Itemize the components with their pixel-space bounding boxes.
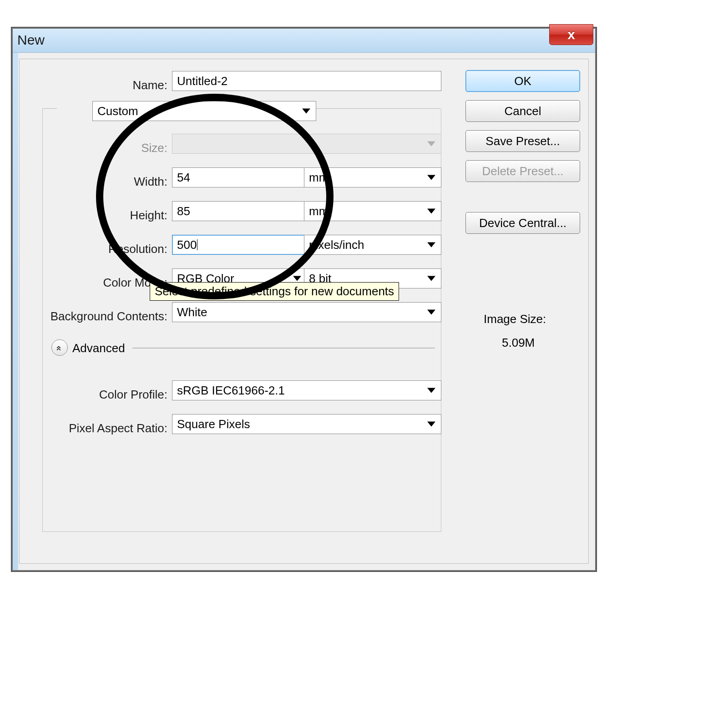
chevron-down-icon (302, 109, 310, 114)
bg-contents-value: White (177, 305, 207, 319)
color-profile-label: Color Profile: (99, 388, 167, 402)
chevron-down-icon (427, 209, 435, 214)
color-profile-value: sRGB IEC61966-2.1 (177, 384, 285, 398)
group-top-left-line (42, 108, 57, 109)
size-select (172, 134, 441, 154)
chevron-down-icon (427, 243, 435, 248)
device-central-button[interactable]: Device Central... (465, 212, 580, 234)
color-profile-select[interactable]: sRGB IEC61966-2.1 (172, 380, 441, 400)
resolution-unit-value: pixels/inch (309, 238, 364, 252)
height-input[interactable]: 85 (172, 201, 307, 221)
pixel-aspect-label: Pixel Aspect Ratio: (69, 421, 167, 435)
chevron-down-icon (427, 276, 435, 281)
advanced-label: Advanced (72, 341, 125, 355)
size-label: Size: (141, 141, 167, 155)
window-left-edge (13, 29, 18, 570)
chevron-down-icon (427, 422, 435, 427)
height-unit-value: mm (309, 204, 329, 218)
dialog-body: Name: Untitled-2 Preset: Custom Size: Wi… (19, 59, 589, 564)
cancel-button[interactable]: Cancel (465, 100, 580, 122)
resolution-input[interactable]: 500 (172, 235, 307, 255)
advanced-divider (132, 348, 435, 349)
chevron-down-icon (427, 388, 435, 393)
name-input[interactable]: Untitled-2 (172, 71, 441, 91)
resolution-unit-select[interactable]: pixels/inch (304, 235, 441, 255)
chevron-down-icon (427, 310, 435, 315)
pixel-aspect-value: Square Pixels (177, 417, 250, 431)
image-size-label: Image Size: (484, 312, 546, 326)
close-icon: x (567, 27, 575, 42)
preset-value: Custom (97, 104, 138, 118)
width-unit-value: mm (309, 171, 329, 185)
preset-tooltip: Select predefined settings for new docum… (150, 282, 399, 301)
window-title: New (17, 32, 45, 48)
width-unit-select[interactable]: mm (304, 167, 441, 187)
titlebar: New x (13, 29, 595, 53)
chevron-down-icon (427, 175, 435, 180)
bg-contents-select[interactable]: White (172, 302, 441, 322)
ok-button[interactable]: OK (465, 70, 580, 92)
pixel-aspect-select[interactable]: Square Pixels (172, 414, 441, 434)
height-unit-select[interactable]: mm (304, 201, 441, 221)
height-label: Height: (130, 208, 167, 222)
text-caret (197, 239, 197, 250)
width-value: 54 (177, 171, 190, 185)
name-value: Untitled-2 (177, 74, 228, 88)
chevron-down-icon (293, 276, 301, 281)
height-value: 85 (177, 204, 190, 218)
resolution-label: Resolution: (108, 242, 167, 256)
chevron-down-icon (427, 142, 435, 147)
advanced-toggle[interactable]: « (51, 339, 68, 356)
bg-contents-label: Background Contents: (51, 309, 167, 324)
group-top-right-line (311, 108, 440, 109)
preset-select[interactable]: Custom (92, 101, 316, 121)
new-document-dialog: New x Name: Untitled-2 Preset: Custom Si… (11, 27, 597, 571)
image-size-value: 5.09M (502, 336, 535, 350)
delete-preset-button: Delete Preset... (465, 160, 580, 182)
close-button[interactable]: x (549, 24, 593, 45)
width-input[interactable]: 54 (172, 167, 307, 187)
width-label: Width: (134, 175, 167, 189)
name-label: Name: (132, 78, 167, 92)
chevron-up-icon: « (55, 346, 64, 349)
resolution-value: 500 (177, 238, 197, 252)
save-preset-button[interactable]: Save Preset... (465, 130, 580, 152)
